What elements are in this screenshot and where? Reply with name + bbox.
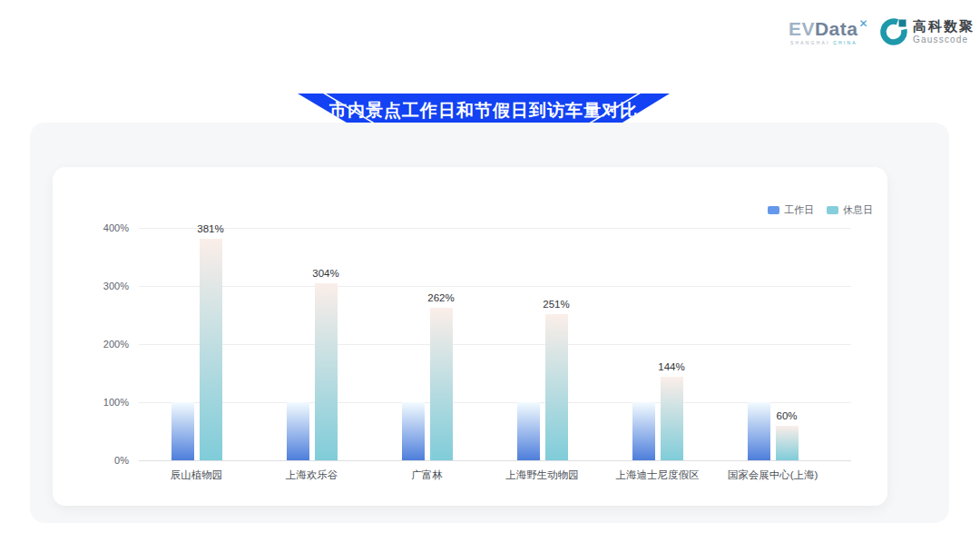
legend-item-workday[interactable]: 工作日: [768, 203, 814, 217]
bar-workday: [172, 402, 194, 460]
bar-value-label: 144%: [644, 361, 699, 372]
y-tick-label: 300%: [53, 281, 129, 291]
chart-plot: 0%100%200%300%400%381%辰山植物园304%上海欢乐谷262%…: [53, 167, 887, 506]
evdata-wordmark: EVData✕: [789, 18, 868, 38]
legend-marker-restday-icon: [827, 206, 838, 214]
gausscode-g-icon: [880, 18, 907, 45]
y-tick-label: 200%: [53, 339, 129, 350]
bar-restday: [661, 377, 683, 460]
chart-panel: 工作日 休息日 0%100%200%300%400%381%辰山植物园304%上…: [30, 123, 949, 523]
category-label: 国家会展中心(上海): [710, 468, 837, 482]
evdata-tagline: SHANGHAI CHINA: [789, 41, 868, 45]
bar-workday: [287, 402, 309, 460]
bar-value-label: 60%: [760, 410, 814, 421]
y-tick-label: 0%: [53, 455, 129, 466]
bar-workday: [517, 402, 540, 460]
category-label: 上海欢乐谷: [249, 468, 376, 482]
evdata-logo: EVData✕ SHANGHAI CHINA: [789, 18, 868, 45]
gridline: [139, 344, 851, 345]
bar-workday: [402, 402, 425, 460]
legend-label-workday: 工作日: [784, 203, 814, 217]
gridline: [139, 228, 851, 229]
bar-value-label: 251%: [529, 299, 583, 310]
y-tick-label: 400%: [53, 222, 129, 233]
gausscode-logo: 高科数聚 Gausscode: [880, 18, 975, 45]
bar-value-label: 304%: [299, 268, 353, 279]
chart-legend: 工作日 休息日: [768, 203, 873, 217]
category-label: 广富林: [364, 468, 491, 482]
bar-restday: [315, 283, 338, 460]
evdata-ev-text: EV: [789, 18, 815, 39]
evdata-tagline-left: SHANGHAI: [790, 40, 830, 45]
gridline: [139, 286, 851, 287]
gausscode-text: 高科数聚 Gausscode: [913, 19, 975, 44]
category-label: 上海野生动物园: [479, 468, 606, 482]
page-title: 市内景点工作日和节假日到访车量对比: [329, 99, 638, 123]
bar-restday: [200, 239, 222, 460]
gridline: [139, 402, 851, 403]
header-logos: EVData✕ SHANGHAI CHINA 高科数聚 Gausscode: [789, 18, 975, 45]
category-label: 辰山植物园: [133, 468, 260, 482]
gausscode-cn: 高科数聚: [913, 19, 975, 33]
bar-restday: [545, 314, 568, 460]
bar-restday: [430, 308, 453, 460]
bar-value-label: 262%: [414, 292, 468, 303]
bar-workday: [632, 402, 655, 460]
bar-restday: [776, 426, 799, 460]
evdata-tagline-right: CHINA: [833, 40, 858, 45]
legend-marker-workday-icon: [768, 206, 779, 214]
y-tick-label: 100%: [53, 397, 129, 408]
evdata-data-text: Data: [815, 18, 858, 39]
gausscode-en: Gausscode: [913, 35, 975, 44]
legend-item-restday[interactable]: 休息日: [827, 203, 873, 217]
gridline: [139, 460, 851, 461]
evdata-x-icon: ✕: [858, 17, 868, 30]
chart-card: 工作日 休息日 0%100%200%300%400%381%辰山植物园304%上…: [53, 167, 887, 506]
legend-label-restday: 休息日: [843, 203, 873, 217]
category-label: 上海迪士尼度假区: [594, 468, 721, 482]
bar-value-label: 381%: [183, 223, 238, 234]
